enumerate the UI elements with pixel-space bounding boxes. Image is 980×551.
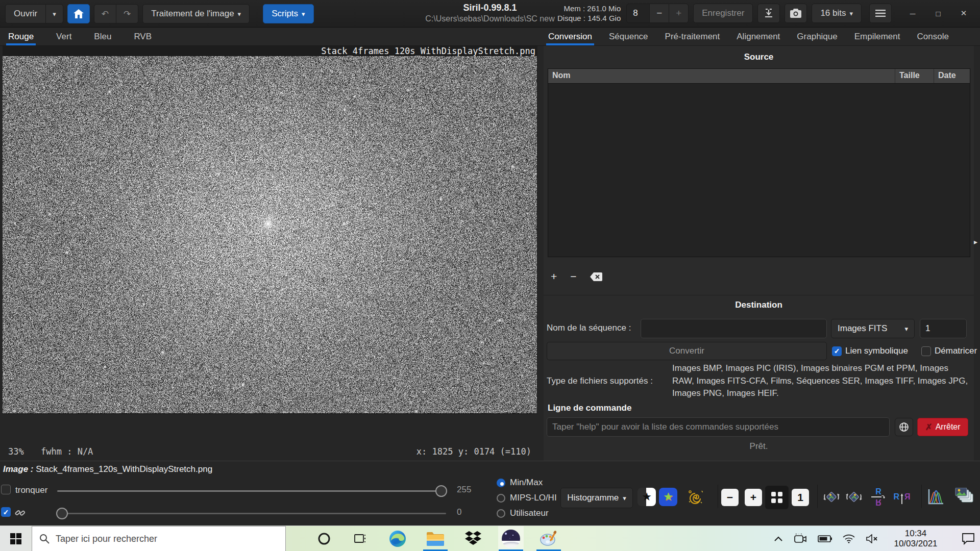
- redo-button[interactable]: ↷: [116, 4, 138, 23]
- save-button[interactable]: Enregistrer: [693, 4, 753, 23]
- link-sliders-checkbox[interactable]: ✓: [1, 507, 11, 517]
- stop-button[interactable]: ✗ Arrêter: [917, 418, 968, 436]
- file-explorer-button[interactable]: [423, 526, 448, 551]
- add-files-button[interactable]: +: [551, 270, 557, 283]
- mode-mips[interactable]: MIPS-LO/HI: [497, 493, 557, 503]
- search-input[interactable]: [56, 534, 250, 544]
- image-label: Image :: [3, 464, 34, 474]
- home-button[interactable]: [67, 4, 90, 23]
- open-button[interactable]: Ouvrir: [5, 4, 46, 23]
- flip-horizontal-button[interactable]: R R: [892, 487, 912, 507]
- astrometry-button[interactable]: [685, 487, 706, 507]
- zoom-in-button[interactable]: +: [745, 489, 762, 506]
- stretch-mode-dropdown[interactable]: Histogramme ▾: [560, 488, 633, 508]
- siril-taskbar-button[interactable]: [498, 526, 524, 551]
- utilisateur-radio[interactable]: [497, 509, 505, 518]
- tray-wifi-icon[interactable]: [843, 534, 855, 543]
- start-index-input[interactable]: [920, 319, 967, 338]
- scripts-menu-button[interactable]: Scripts▾: [263, 4, 314, 23]
- source-heading: Source: [544, 52, 974, 62]
- rotate-right-button[interactable]: [844, 487, 864, 507]
- tray-battery-icon[interactable]: [818, 535, 832, 543]
- tab-rvb[interactable]: RVB: [134, 28, 152, 45]
- task-view-button[interactable]: [348, 526, 374, 551]
- false-color-button[interactable]: ★: [658, 487, 678, 507]
- zoom-100-button[interactable]: 1: [792, 489, 809, 506]
- mips-radio[interactable]: [497, 494, 505, 503]
- fit-to-window-button[interactable]: [765, 486, 789, 509]
- source-file-table[interactable]: Nom Taille Date: [548, 68, 970, 257]
- action-center-icon[interactable]: [962, 533, 975, 545]
- sequence-name-input[interactable]: [641, 319, 827, 338]
- low-slider-handle[interactable]: [56, 508, 68, 519]
- threads-minus-button[interactable]: −: [650, 4, 669, 23]
- tab-graphique[interactable]: Graphique: [797, 28, 837, 45]
- paint-button[interactable]: [536, 526, 561, 551]
- sequence-frames-button[interactable]: [954, 487, 974, 507]
- viewer-statusbar: 33% fwhm : N/A x: 1825 y: 0174 (=110): [0, 446, 537, 460]
- tab-empilement[interactable]: Empilement: [854, 28, 900, 45]
- clear-list-button[interactable]: [590, 272, 602, 281]
- tab-conversion[interactable]: Conversion: [548, 28, 592, 45]
- image-processing-menu-button[interactable]: Traitement de l'image▾: [142, 4, 250, 23]
- minmax-radio[interactable]: [497, 479, 505, 487]
- tray-chevron-icon[interactable]: [774, 536, 783, 542]
- tab-vert[interactable]: Vert: [56, 28, 71, 45]
- export-icon-button[interactable]: [757, 4, 780, 23]
- rotate-right-icon: [845, 488, 863, 506]
- start-button[interactable]: [0, 526, 32, 551]
- hamburger-menu-button[interactable]: [869, 4, 892, 23]
- low-level-slider[interactable]: [57, 507, 446, 519]
- tab-console[interactable]: Console: [917, 28, 949, 45]
- snapshot-button[interactable]: [785, 4, 807, 23]
- column-header-taille[interactable]: Taille: [895, 69, 934, 83]
- histogram-transform-button[interactable]: [925, 487, 946, 507]
- zoom-out-button[interactable]: −: [721, 489, 739, 506]
- clip-checkbox[interactable]: [1, 485, 11, 494]
- mode-utilisateur[interactable]: Utilisateur: [497, 508, 557, 518]
- tray-clock[interactable]: 10:34 10/03/2021: [889, 529, 943, 549]
- high-level-value: 255: [457, 485, 471, 495]
- supported-files-label: Type de fichiers supportés :: [547, 376, 667, 386]
- flip-vertical-button[interactable]: R R: [868, 487, 889, 507]
- tray-mute-icon[interactable]: [866, 534, 878, 543]
- minimize-button[interactable]: ─: [901, 3, 924, 23]
- symlink-checkbox[interactable]: ✓: [832, 346, 842, 356]
- tab-alignement[interactable]: Alignement: [737, 28, 780, 45]
- column-header-date[interactable]: Date: [934, 69, 970, 83]
- debayer-checkbox-row[interactable]: Dématricer: [921, 346, 977, 356]
- close-button[interactable]: ✕: [952, 3, 975, 23]
- cortana-button[interactable]: [311, 526, 337, 551]
- image-viewer[interactable]: Stack_4frames_120s_WithDisplayStretch.pn…: [3, 46, 537, 414]
- mode-minmax[interactable]: Min/Max: [497, 478, 557, 488]
- negative-view-button[interactable]: ★: [636, 487, 657, 507]
- starfield-canvas[interactable]: [3, 56, 537, 413]
- tab-sequence[interactable]: Séquence: [609, 28, 648, 45]
- taskbar-search[interactable]: [32, 526, 286, 551]
- command-help-button[interactable]: [895, 418, 913, 436]
- command-input[interactable]: [547, 417, 890, 437]
- pane-expander-arrow[interactable]: ▸: [974, 238, 977, 246]
- open-dropdown-button[interactable]: ▾: [46, 4, 63, 23]
- restore-button[interactable]: □: [927, 3, 949, 23]
- tabs-row: Rouge Vert Bleu RVB Conversion Séquence …: [0, 28, 980, 46]
- debayer-checkbox[interactable]: [921, 346, 931, 356]
- high-slider-handle[interactable]: [435, 485, 447, 497]
- dropbox-button[interactable]: [460, 526, 486, 551]
- edge-button[interactable]: [385, 526, 410, 551]
- bitdepth-dropdown[interactable]: 16 bits▾: [812, 4, 862, 23]
- convert-button[interactable]: Convertir: [547, 342, 827, 360]
- symlink-checkbox-row[interactable]: ✓ Lien symbolique: [832, 346, 908, 356]
- output-format-dropdown[interactable]: Images FITS ▾: [831, 319, 915, 338]
- tray-camera-icon[interactable]: [794, 534, 807, 544]
- tab-rouge[interactable]: Rouge: [8, 28, 34, 45]
- column-header-nom[interactable]: Nom: [548, 69, 895, 83]
- rotate-left-button[interactable]: [821, 487, 842, 507]
- threads-plus-button[interactable]: +: [669, 4, 689, 23]
- remove-files-button[interactable]: −: [570, 270, 576, 283]
- tab-bleu[interactable]: Bleu: [94, 28, 111, 45]
- high-level-slider[interactable]: [57, 485, 446, 497]
- undo-button[interactable]: ↶: [94, 4, 116, 23]
- tab-pre-traitement[interactable]: Pré-traitement: [665, 28, 720, 45]
- threads-value[interactable]: [626, 4, 650, 23]
